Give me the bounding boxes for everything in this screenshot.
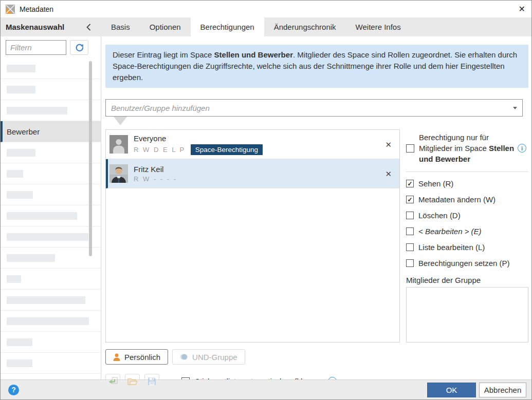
tab-basis[interactable]: Basis — [101, 17, 140, 36]
tab-weitere-infos[interactable]: Weitere Infos — [346, 17, 411, 36]
cancel-button[interactable]: Abbrechen — [479, 383, 526, 397]
perm-label: Sehen (R) — [418, 179, 453, 188]
mask-item-placeholder[interactable] — [1, 184, 101, 205]
add-user-group-combobox[interactable]: Benutzer/Gruppe hinzufügen — [105, 99, 523, 117]
redacted-label-bar — [7, 338, 32, 346]
remove-icon[interactable]: ✕ — [385, 170, 392, 178]
acl-permission-letters: R W - - - - — [134, 175, 177, 183]
combobox-placeholder: Benutzer/Gruppe hinzufügen — [111, 104, 210, 112]
perm-checkbox[interactable] — [406, 212, 414, 219]
person-icon — [113, 353, 120, 361]
mask-item-placeholder[interactable] — [1, 142, 101, 163]
perm-label: Löschen (D) — [418, 211, 461, 220]
permissions-panel: Dieser Eintrag liegt im Space Stellen un… — [101, 36, 532, 379]
tab-bar: Maskenauswahl Basis Optionen Berechtigun… — [1, 17, 531, 36]
acl-info: Fritz Keil R W - - - - — [134, 165, 177, 183]
redacted-label-bar — [7, 233, 88, 241]
perm-checkbox[interactable] — [406, 196, 414, 203]
group-sphere-icon — [180, 353, 188, 361]
perm-label: Metadaten ändern (W) — [418, 195, 496, 204]
perm-checkbox[interactable] — [406, 259, 414, 267]
collapse-sidebar-icon[interactable] — [86, 24, 91, 31]
checkin-icon — [108, 377, 118, 386]
ok-button[interactable]: OK — [427, 383, 476, 397]
acl-row-everyone[interactable]: Everyone R W D E L P Space-Berechtigung … — [106, 130, 399, 159]
tab-berechtigungen[interactable]: Berechtigungen — [191, 17, 264, 36]
mask-item-bewerber[interactable]: Bewerber — [1, 121, 101, 142]
redacted-label-bar — [7, 212, 77, 220]
group-members-label: Mitglieder der Gruppe — [406, 276, 528, 284]
acl-list: Everyone R W D E L P Space-Berechtigung … — [105, 129, 400, 342]
redacted-label-bar — [7, 170, 23, 178]
mask-panel-title: Maskenauswahl — [6, 23, 64, 31]
space-permission-badge: Space-Berechtigung — [191, 144, 263, 155]
mask-item-placeholder[interactable] — [1, 79, 101, 100]
and-group-button[interactable]: UND-Gruppe — [172, 349, 245, 365]
tab-optionen[interactable]: Optionen — [140, 17, 191, 36]
perm-berechtigungen-setzen[interactable]: Berechtigungen setzen (P) — [406, 255, 528, 271]
perm-loeschen[interactable]: Löschen (D) — [406, 207, 528, 223]
members-only-checkbox[interactable] — [406, 144, 414, 153]
members-only-label: Berechtigung nur für Mitglieder im Space… — [419, 132, 518, 164]
user-avatar — [109, 164, 128, 183]
perm-checkbox[interactable] — [406, 243, 414, 251]
close-icon[interactable]: ✕ — [519, 5, 525, 13]
perm-label: < Bearbeiten > (E) — [418, 227, 482, 236]
group-members-box — [406, 287, 528, 342]
members-only-row: Berechtigung nur für Mitglieder im Space… — [406, 132, 528, 164]
acl-info: Everyone R W D E L P Space-Berechtigung — [134, 134, 263, 155]
rights-panel: Berechtigung nur für Mitglieder im Space… — [406, 129, 528, 342]
mask-item-placeholder[interactable] — [1, 353, 101, 374]
mask-item-placeholder[interactable] — [1, 205, 101, 226]
chevron-down-icon — [513, 107, 517, 109]
filter-row — [1, 36, 101, 58]
folder-icon — [127, 377, 137, 386]
and-group-button-label: UND-Gruppe — [192, 353, 237, 361]
mask-item-placeholder[interactable] — [1, 247, 101, 269]
info-icon[interactable]: i — [518, 144, 526, 153]
members-only-text: Berechtigung nur für Mitglieder im Space — [419, 133, 489, 153]
list-callout-pointer — [114, 117, 127, 125]
perm-sehen[interactable]: Sehen (R) — [406, 176, 528, 192]
group-avatar — [109, 135, 128, 154]
redacted-label-bar — [7, 359, 32, 367]
redacted-label-bar — [7, 65, 35, 72]
banner-space-name: Stellen und Bewerber — [214, 50, 293, 59]
mask-item-placeholder[interactable] — [1, 269, 101, 290]
save-icon — [148, 377, 156, 386]
perm-metadaten-aendern[interactable]: Metadaten ändern (W) — [406, 192, 528, 207]
sidebar-scrollbar-thumb[interactable] — [89, 61, 92, 256]
acl-columns: Everyone R W D E L P Space-Berechtigung … — [105, 129, 528, 342]
redacted-label-bar — [7, 317, 89, 325]
acl-row-fritz-keil[interactable]: Fritz Keil R W - - - - ✕ — [106, 159, 399, 188]
mask-item-placeholder[interactable] — [1, 374, 101, 379]
redacted-label-bar — [7, 86, 35, 93]
personal-button[interactable]: Persönlich — [105, 349, 168, 365]
redacted-label-bar — [7, 107, 67, 115]
mask-item-placeholder[interactable] — [1, 311, 101, 332]
redacted-label-bar — [7, 296, 85, 304]
perm-liste-bearbeiten[interactable]: Liste bearbeiten (L) — [406, 239, 528, 255]
redacted-label-bar — [7, 275, 21, 283]
rights-divider — [406, 172, 528, 172]
refresh-button[interactable] — [70, 40, 88, 55]
mask-item-placeholder[interactable] — [1, 226, 101, 247]
acl-name: Everyone — [134, 134, 263, 143]
redacted-label-bar — [7, 191, 33, 199]
mask-item-placeholder[interactable] — [1, 100, 101, 121]
perm-checkbox[interactable] — [406, 180, 414, 187]
mask-item-placeholder[interactable] — [1, 332, 101, 353]
mask-item-placeholder[interactable] — [1, 163, 101, 184]
help-icon[interactable]: ? — [8, 385, 19, 395]
acl-name: Fritz Keil — [134, 165, 177, 174]
filter-input[interactable] — [6, 40, 66, 55]
perm-checkbox[interactable] — [406, 227, 414, 235]
mask-panel-header: Maskenauswahl — [1, 17, 101, 36]
mask-item-placeholder[interactable] — [1, 290, 101, 311]
tab-aenderungschronik[interactable]: Änderungschronik — [264, 17, 346, 36]
remove-icon[interactable]: ✕ — [385, 141, 392, 148]
mask-item-placeholder[interactable] — [1, 58, 101, 79]
space-info-banner: Dieser Eintrag liegt im Space Stellen un… — [105, 45, 528, 88]
dialog-footer: ? OK Abbrechen — [1, 379, 531, 399]
perm-bearbeiten[interactable]: < Bearbeiten > (E) — [406, 223, 528, 239]
